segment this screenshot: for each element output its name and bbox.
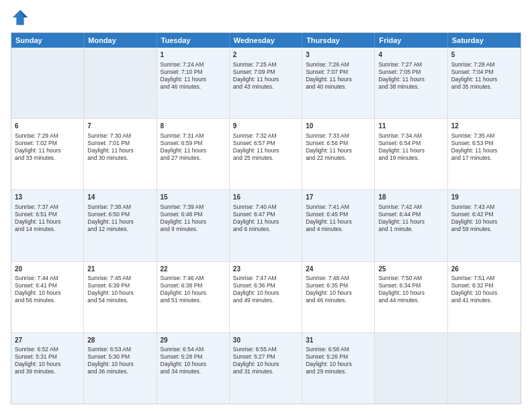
- calendar-cell: 13Sunrise: 7:37 AM Sunset: 6:51 PM Dayli…: [11, 190, 84, 261]
- day-number: 12: [451, 122, 517, 131]
- day-number: 24: [306, 265, 371, 274]
- day-number: 15: [161, 193, 226, 202]
- day-number: 17: [306, 193, 371, 202]
- calendar-cell: 27Sunrise: 6:52 AM Sunset: 5:31 PM Dayli…: [11, 333, 84, 404]
- calendar-cell: 16Sunrise: 7:40 AM Sunset: 6:47 PM Dayli…: [230, 190, 302, 261]
- calendar-header-cell: Thursday: [302, 33, 375, 48]
- logo-icon: [11, 8, 30, 27]
- cell-text: Sunrise: 7:30 AM Sunset: 7:01 PM Dayligh…: [87, 132, 152, 162]
- cell-text: Sunrise: 6:52 AM Sunset: 5:31 PM Dayligh…: [15, 346, 80, 375]
- cell-text: Sunrise: 7:27 AM Sunset: 7:05 PM Dayligh…: [378, 61, 443, 91]
- calendar-cell: 5Sunrise: 7:28 AM Sunset: 7:04 PM Daylig…: [448, 48, 521, 118]
- cell-text: Sunrise: 7:40 AM Sunset: 6:47 PM Dayligh…: [233, 203, 298, 233]
- day-number: 1: [161, 50, 226, 60]
- day-number: 3: [306, 50, 371, 60]
- calendar-cell: 31Sunrise: 6:56 AM Sunset: 5:26 PM Dayli…: [302, 333, 375, 404]
- header: [11, 8, 521, 27]
- cell-text: Sunrise: 7:43 AM Sunset: 6:42 PM Dayligh…: [451, 203, 517, 233]
- cell-text: Sunrise: 7:44 AM Sunset: 6:41 PM Dayligh…: [15, 275, 80, 304]
- day-number: 7: [87, 122, 152, 131]
- cell-text: Sunrise: 6:55 AM Sunset: 5:27 PM Dayligh…: [233, 346, 298, 375]
- calendar-cell: 18Sunrise: 7:42 AM Sunset: 6:44 PM Dayli…: [375, 190, 447, 261]
- calendar-cell: 28Sunrise: 6:53 AM Sunset: 5:30 PM Dayli…: [84, 333, 157, 404]
- calendar-cell: 1Sunrise: 7:24 AM Sunset: 7:10 PM Daylig…: [157, 48, 230, 118]
- day-number: 23: [233, 265, 298, 274]
- cell-text: Sunrise: 7:50 AM Sunset: 6:34 PM Dayligh…: [378, 275, 443, 304]
- calendar-cell: 6Sunrise: 7:29 AM Sunset: 7:02 PM Daylig…: [11, 119, 84, 189]
- calendar-cell: 15Sunrise: 7:39 AM Sunset: 6:48 PM Dayli…: [157, 190, 230, 261]
- calendar-cell: 4Sunrise: 7:27 AM Sunset: 7:05 PM Daylig…: [375, 48, 447, 118]
- page: SundayMondayTuesdayWednesdayThursdayFrid…: [0, 0, 532, 411]
- day-number: 18: [378, 193, 443, 202]
- cell-text: Sunrise: 7:46 AM Sunset: 6:38 PM Dayligh…: [161, 275, 226, 304]
- cell-text: Sunrise: 7:31 AM Sunset: 6:59 PM Dayligh…: [161, 132, 226, 162]
- calendar-row: 13Sunrise: 7:37 AM Sunset: 6:51 PM Dayli…: [11, 190, 521, 261]
- calendar-cell: [11, 48, 84, 118]
- cell-text: Sunrise: 7:47 AM Sunset: 6:36 PM Dayligh…: [233, 275, 298, 304]
- cell-text: Sunrise: 7:29 AM Sunset: 7:02 PM Dayligh…: [15, 132, 80, 162]
- calendar-cell: 9Sunrise: 7:32 AM Sunset: 6:57 PM Daylig…: [230, 119, 302, 189]
- cell-text: Sunrise: 7:38 AM Sunset: 6:50 PM Dayligh…: [87, 203, 152, 233]
- cell-text: Sunrise: 7:39 AM Sunset: 6:48 PM Dayligh…: [161, 203, 226, 233]
- calendar-cell: 17Sunrise: 7:41 AM Sunset: 6:45 PM Dayli…: [302, 190, 375, 261]
- logo: [11, 8, 32, 27]
- cell-text: Sunrise: 7:45 AM Sunset: 6:39 PM Dayligh…: [87, 275, 152, 304]
- day-number: 2: [233, 50, 298, 60]
- calendar-cell: 7Sunrise: 7:30 AM Sunset: 7:01 PM Daylig…: [84, 119, 157, 189]
- day-number: 13: [15, 193, 80, 202]
- day-number: 22: [161, 265, 226, 274]
- day-number: 20: [15, 265, 80, 274]
- calendar-cell: 2Sunrise: 7:25 AM Sunset: 7:09 PM Daylig…: [230, 48, 302, 118]
- calendar-cell: 20Sunrise: 7:44 AM Sunset: 6:41 PM Dayli…: [11, 262, 84, 332]
- calendar-cell: 23Sunrise: 7:47 AM Sunset: 6:36 PM Dayli…: [230, 262, 302, 332]
- calendar-header-cell: Sunday: [11, 33, 84, 48]
- cell-text: Sunrise: 7:26 AM Sunset: 7:07 PM Dayligh…: [306, 61, 371, 91]
- cell-text: Sunrise: 7:34 AM Sunset: 6:54 PM Dayligh…: [378, 132, 443, 162]
- calendar-cell: [84, 48, 157, 118]
- cell-text: Sunrise: 7:51 AM Sunset: 6:32 PM Dayligh…: [451, 275, 517, 304]
- calendar-cell: 8Sunrise: 7:31 AM Sunset: 6:59 PM Daylig…: [157, 119, 230, 189]
- cell-text: Sunrise: 7:32 AM Sunset: 6:57 PM Dayligh…: [233, 132, 298, 162]
- cell-text: Sunrise: 7:48 AM Sunset: 6:35 PM Dayligh…: [306, 275, 371, 304]
- calendar-cell: 12Sunrise: 7:35 AM Sunset: 6:53 PM Dayli…: [448, 119, 521, 189]
- cell-text: Sunrise: 6:54 AM Sunset: 5:28 PM Dayligh…: [161, 346, 226, 375]
- calendar-cell: [375, 333, 447, 404]
- cell-text: Sunrise: 7:25 AM Sunset: 7:09 PM Dayligh…: [233, 61, 298, 91]
- calendar-cell: 24Sunrise: 7:48 AM Sunset: 6:35 PM Dayli…: [302, 262, 375, 332]
- calendar-cell: 26Sunrise: 7:51 AM Sunset: 6:32 PM Dayli…: [448, 262, 521, 332]
- calendar: SundayMondayTuesdayWednesdayThursdayFrid…: [11, 32, 521, 404]
- calendar-body: 1Sunrise: 7:24 AM Sunset: 7:10 PM Daylig…: [11, 48, 521, 404]
- calendar-cell: 11Sunrise: 7:34 AM Sunset: 6:54 PM Dayli…: [375, 119, 447, 189]
- day-number: 31: [306, 336, 371, 345]
- calendar-cell: 29Sunrise: 6:54 AM Sunset: 5:28 PM Dayli…: [157, 333, 230, 404]
- calendar-header-cell: Tuesday: [157, 33, 230, 48]
- cell-text: Sunrise: 7:33 AM Sunset: 6:56 PM Dayligh…: [306, 132, 371, 162]
- calendar-cell: 22Sunrise: 7:46 AM Sunset: 6:38 PM Dayli…: [157, 262, 230, 332]
- day-number: 6: [15, 122, 80, 131]
- calendar-cell: 19Sunrise: 7:43 AM Sunset: 6:42 PM Dayli…: [448, 190, 521, 261]
- day-number: 4: [378, 50, 443, 60]
- calendar-cell: 21Sunrise: 7:45 AM Sunset: 6:39 PM Dayli…: [84, 262, 157, 332]
- day-number: 26: [451, 265, 517, 274]
- cell-text: Sunrise: 7:24 AM Sunset: 7:10 PM Dayligh…: [161, 61, 226, 91]
- calendar-row: 1Sunrise: 7:24 AM Sunset: 7:10 PM Daylig…: [11, 48, 521, 119]
- day-number: 25: [378, 265, 443, 274]
- day-number: 30: [233, 336, 298, 345]
- calendar-cell: 25Sunrise: 7:50 AM Sunset: 6:34 PM Dayli…: [375, 262, 447, 332]
- calendar-header-cell: Monday: [84, 33, 157, 48]
- calendar-cell: [448, 333, 521, 404]
- day-number: 21: [87, 265, 152, 274]
- day-number: 28: [87, 336, 152, 345]
- calendar-header-cell: Friday: [375, 33, 447, 48]
- calendar-header-row: SundayMondayTuesdayWednesdayThursdayFrid…: [11, 33, 521, 48]
- cell-text: Sunrise: 7:41 AM Sunset: 6:45 PM Dayligh…: [306, 203, 371, 233]
- calendar-row: 6Sunrise: 7:29 AM Sunset: 7:02 PM Daylig…: [11, 119, 521, 190]
- day-number: 14: [87, 193, 152, 202]
- calendar-header-cell: Saturday: [448, 33, 521, 48]
- calendar-cell: 10Sunrise: 7:33 AM Sunset: 6:56 PM Dayli…: [302, 119, 375, 189]
- calendar-cell: 14Sunrise: 7:38 AM Sunset: 6:50 PM Dayli…: [84, 190, 157, 261]
- calendar-header-cell: Wednesday: [230, 33, 302, 48]
- cell-text: Sunrise: 7:42 AM Sunset: 6:44 PM Dayligh…: [378, 203, 443, 233]
- calendar-cell: 30Sunrise: 6:55 AM Sunset: 5:27 PM Dayli…: [230, 333, 302, 404]
- day-number: 10: [306, 122, 371, 131]
